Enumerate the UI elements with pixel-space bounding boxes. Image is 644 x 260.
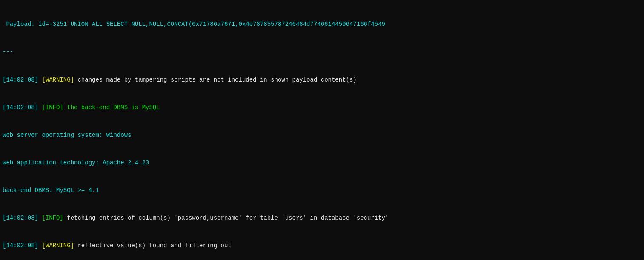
- payload-line: Payload: id=-3251 UNION ALL SELECT NULL,…: [3, 20, 641, 29]
- warning-line-2: [14:02:08] [WARNING] reflective value(s)…: [3, 241, 641, 251]
- tech-line: web application technology: Apache 2.4.2…: [3, 158, 641, 168]
- warning-line-1: [14:02:08] [WARNING] changes made by tam…: [3, 76, 641, 85]
- payload-text: Payload: id=-3251 UNION ALL SELECT NULL,…: [3, 21, 385, 28]
- os-line: web server operating system: Windows: [3, 131, 641, 140]
- info-line-2: [14:02:08] [INFO] fetching entries of co…: [3, 214, 641, 223]
- info-line-1: [14:02:08] [INFO] the back-end DBMS is M…: [3, 103, 641, 113]
- dbms-line: back-end DBMS: MySQL >= 4.1: [3, 186, 641, 195]
- terminal-output: Payload: id=-3251 UNION ALL SELECT NULL,…: [3, 2, 641, 260]
- separator-line: ---: [3, 48, 641, 57]
